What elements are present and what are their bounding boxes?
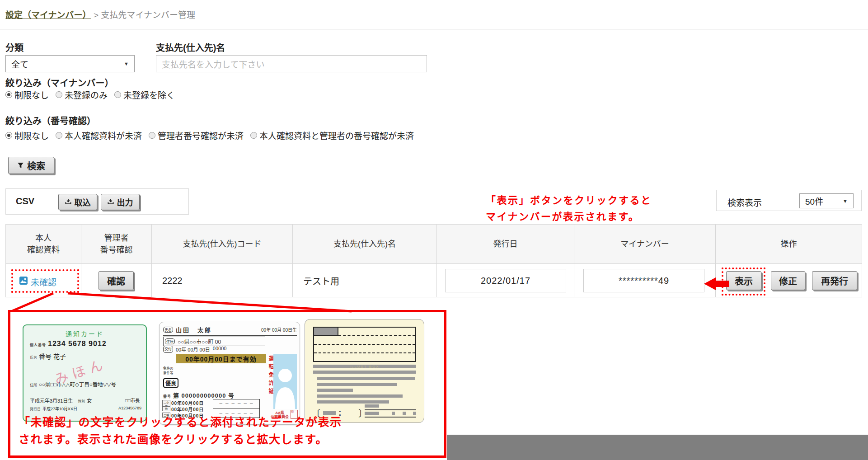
confirm-button[interactable]: 確認 <box>99 271 134 290</box>
number-check-filter-label: 絞り込み（番号確認） <box>5 114 96 127</box>
radio-icon <box>56 91 62 98</box>
show-button-annotation: 「表示」ボタンをクリックすると マイナンバーが表示されます。 <box>486 192 652 225</box>
radio-icon <box>114 91 121 98</box>
cell-payee-name: テスト用 <box>293 264 437 297</box>
license-validity-band: 00年00月00日まで有効 <box>176 354 266 363</box>
document-sample-image[interactable]: ILLUST BOX 〔: 〕 <box>305 319 424 423</box>
col-header-identity-doc: 本人確認資料 <box>6 225 81 264</box>
chevron-down-icon: ▼ <box>843 198 848 204</box>
unconfirmed-link[interactable]: 未確認 <box>19 276 56 288</box>
unconfirmed-annotation: 「未確認」の文字をクリックすると添付されたデータが表示 されます。表示された画像… <box>19 413 342 448</box>
payee-name-value: テスト用 <box>303 274 339 287</box>
sample-name: 番号 花子 <box>39 353 66 360</box>
cell-issue-date: 2022/01/17 <box>437 264 574 297</box>
csv-export-button[interactable]: 出力 <box>101 194 140 210</box>
mynumber-filter-label: 絞り込み（マイナンバー） <box>5 76 114 89</box>
breadcrumb-current: 支払先マイナンバー管理 <box>101 10 195 20</box>
col-header-actions: 操作 <box>716 225 862 264</box>
csv-label: CSV <box>16 196 34 207</box>
radio-selected-icon <box>5 132 12 139</box>
radio-check-no-restriction[interactable]: 制限なし <box>5 129 49 141</box>
category-label: 分類 <box>5 41 23 54</box>
mynumber-filter-radios: 制限なし 未登録のみ 未登録を除く <box>5 89 178 101</box>
footer-bar <box>447 435 868 460</box>
number-check-filter-radios: 制限なし 本人確認資料が未済 管理者番号確認が未済 本人確認資料と管理者の番号確… <box>5 129 418 141</box>
breadcrumb-separator: > <box>94 10 99 20</box>
col-header-payee-name: 支払先(仕入先)名 <box>293 225 437 264</box>
mynumber-masked-box: **********49 <box>583 269 704 292</box>
csv-panel: CSV 取込 出力 <box>5 188 189 215</box>
radio-exclude-unregistered[interactable]: 未登録を除く <box>114 89 175 101</box>
payee-mynumber-management-page: 設定（マイナンバー） > 支払先マイナンバー管理 分類 全て ▼ 支払先(仕入先… <box>0 0 868 460</box>
funnel-icon <box>17 160 24 171</box>
license-badge: 優良 <box>163 378 178 388</box>
col-header-payee-code: 支払先(仕入先)コード <box>152 225 293 264</box>
download-tray-icon <box>65 197 71 207</box>
display-count-select[interactable]: 50件 ▼ <box>799 193 854 208</box>
cell-mynumber: **********49 <box>574 264 716 297</box>
cell-actions: 表示 修正 再発行 <box>716 264 862 297</box>
payee-code-value: 2222 <box>162 275 183 286</box>
radio-no-restriction[interactable]: 制限なし <box>5 89 49 101</box>
chevron-down-icon: ▼ <box>124 61 129 66</box>
payee-name-input[interactable]: 支払先名を入力して下さい <box>156 55 427 72</box>
radio-selected-icon <box>5 91 12 98</box>
payee-name-label: 支払先(仕入先)名 <box>156 41 225 54</box>
radio-identity-doc-pending[interactable]: 本人確認資料が未済 <box>56 129 142 141</box>
radio-icon <box>56 132 62 139</box>
radio-icon <box>149 132 155 139</box>
sample-personal-number: 1234 5678 9012 <box>48 340 107 347</box>
cell-admin-check: 確認 <box>81 264 152 297</box>
radio-icon <box>250 132 257 139</box>
col-header-admin-check: 管理者番号確認 <box>81 225 152 264</box>
col-header-issue-date: 発行日 <box>437 225 574 264</box>
illust-box-watermark: ILLUST BOX <box>305 365 424 369</box>
radio-admin-check-pending[interactable]: 管理者番号確認が未済 <box>149 129 244 141</box>
reissue-button[interactable]: 再発行 <box>812 271 857 290</box>
category-select-value: 全て <box>11 58 28 70</box>
cell-identity-doc: 未確認 <box>6 264 81 297</box>
col-header-mynumber: マイナンバー <box>574 225 716 264</box>
attachment-preview-callout: 通知カード 個人番号1234 5678 9012 氏名番号 花子 みほん 住所○… <box>8 310 446 458</box>
sample-address: ○○県□□市△△町◇丁目○番地▽▽号 <box>39 382 116 387</box>
header-divider <box>0 29 868 29</box>
radio-unregistered-only[interactable]: 未登録のみ <box>56 89 108 101</box>
issue-date-box: 2022/01/17 <box>445 269 566 292</box>
display-count-label: 検索表示 <box>727 196 762 208</box>
breadcrumb: 設定（マイナンバー） > 支払先マイナンバー管理 <box>5 8 195 20</box>
edit-button[interactable]: 修正 <box>771 271 805 290</box>
notification-card-title: 通知カード <box>23 329 146 338</box>
document-header-box <box>313 327 416 362</box>
license-address: ○○県○○市○○町 00 <box>178 338 221 345</box>
notification-card-image[interactable]: 通知カード 個人番号1234 5678 9012 氏名番号 花子 みほん 住所○… <box>23 324 147 422</box>
download-tray-icon <box>108 197 114 207</box>
breadcrumb-link-settings[interactable]: 設定（マイナンバー） <box>5 10 91 20</box>
license-number: 第 000000000000 号 <box>173 392 235 399</box>
display-count-panel: 検索表示 50件 ▼ <box>716 190 862 211</box>
payee-table: 本人確認資料 管理者番号確認 支払先(仕入先)コード 支払先(仕入先)名 発行日… <box>5 224 862 297</box>
photo-icon <box>19 277 28 287</box>
drivers-license-image[interactable]: 氏名山田 太郎00年 00月 00日生 住所○○県○○市○○町 00 交付00年… <box>159 322 300 425</box>
radio-both-pending[interactable]: 本人確認資料と管理者の番号確認が未済 <box>250 129 414 141</box>
license-name: 山田 太郎 <box>176 325 212 334</box>
license-photo-silhouette <box>273 354 297 409</box>
display-count-value: 50件 <box>805 195 823 207</box>
search-button[interactable]: 検索 <box>8 157 54 174</box>
payee-name-placeholder: 支払先名を入力して下さい <box>162 58 264 70</box>
csv-import-button[interactable]: 取込 <box>58 194 97 210</box>
category-select[interactable]: 全て ▼ <box>5 55 135 72</box>
cell-payee-code: 2222 <box>152 264 293 297</box>
show-button[interactable]: 表示 <box>726 271 761 290</box>
